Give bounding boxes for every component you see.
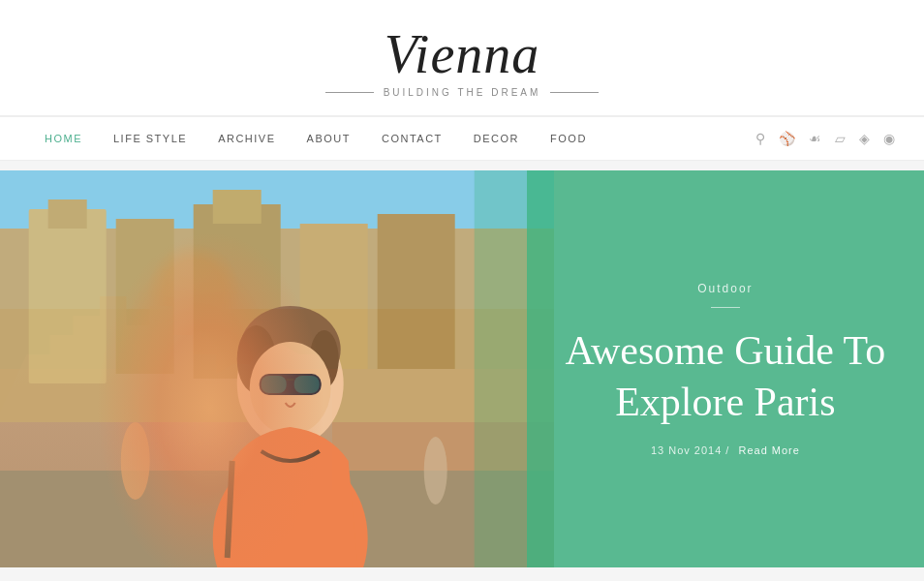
- svg-rect-7: [300, 224, 368, 369]
- site-header: Vienna BUILDING THE DREAM: [0, 0, 924, 116]
- tagline-line-right: [550, 92, 599, 93]
- hero-read-more[interactable]: Read More: [738, 444, 799, 456]
- nav-item-food[interactable]: FOOD: [535, 116, 602, 161]
- nav-item-about[interactable]: ABOUT: [292, 116, 366, 161]
- facebook-icon[interactable]: ☙: [809, 131, 821, 146]
- site-tagline: BUILDING THE DREAM: [384, 87, 541, 98]
- buildings-decoration: [0, 170, 332, 567]
- pinterest-icon[interactable]: ◈: [859, 131, 870, 146]
- svg-point-13: [237, 321, 344, 446]
- nav-item-home[interactable]: HOME: [29, 116, 98, 161]
- svg-point-15: [237, 325, 276, 393]
- svg-rect-3: [48, 199, 87, 229]
- svg-point-16: [310, 330, 339, 388]
- google-icon[interactable]: ◉: [883, 131, 895, 146]
- tagline-line-left: [325, 92, 374, 93]
- svg-rect-9: [0, 471, 554, 567]
- hero-meta: 13 Nov 2014 / Read More: [651, 444, 800, 456]
- svg-rect-18: [260, 374, 322, 395]
- svg-rect-2: [29, 209, 107, 383]
- svg-rect-8: [378, 214, 455, 369]
- svg-point-14: [240, 306, 341, 393]
- site-tagline-wrapper: BUILDING THE DREAM: [0, 87, 924, 98]
- dribbble-icon[interactable]: ⚾: [779, 131, 795, 146]
- instagram-icon[interactable]: ▱: [835, 131, 846, 146]
- nav-item-archive[interactable]: ARCHIVE: [202, 116, 291, 161]
- hero-date: 13 Nov 2014: [651, 444, 722, 456]
- svg-rect-20: [294, 376, 320, 393]
- site-title-text: Vienna: [385, 24, 539, 84]
- hero-category: Outdoor: [697, 282, 753, 295]
- svg-rect-6: [213, 190, 262, 224]
- svg-point-12: [213, 451, 368, 567]
- site-title: Vienna: [0, 27, 924, 81]
- hero-separator: /: [725, 444, 733, 456]
- navbar: HOME LIFE STYLE ARCHIVE ABOUT CONTACT DE…: [0, 116, 924, 161]
- nav-item-contact[interactable]: CONTACT: [366, 116, 458, 161]
- hero-title: Awesome Guide ToExplore Paris: [566, 325, 886, 427]
- hero-divider: [711, 307, 740, 308]
- nav-item-lifestyle[interactable]: LIFE STYLE: [98, 116, 202, 161]
- svg-rect-5: [194, 204, 281, 379]
- svg-rect-21: [287, 379, 294, 381]
- hero-section: Outdoor Awesome Guide ToExplore Paris 13…: [0, 170, 924, 567]
- nav-icons: ⚲ ⚾ ☙ ▱ ◈ ◉: [755, 131, 895, 146]
- svg-point-17: [250, 342, 331, 435]
- svg-rect-1: [0, 229, 554, 422]
- hero-image: [0, 170, 554, 567]
- nav-item-decor[interactable]: DECOR: [458, 116, 535, 161]
- svg-point-11: [424, 437, 447, 505]
- hero-illustration: [0, 170, 554, 567]
- svg-rect-0: [0, 170, 554, 325]
- hero-overlay: Outdoor Awesome Guide ToExplore Paris 13…: [527, 170, 924, 567]
- nav-links: HOME LIFE STYLE ARCHIVE ABOUT CONTACT DE…: [29, 116, 755, 161]
- svg-rect-19: [262, 376, 287, 393]
- svg-rect-4: [116, 219, 174, 374]
- svg-point-10: [121, 422, 150, 500]
- search-icon[interactable]: ⚲: [755, 131, 765, 146]
